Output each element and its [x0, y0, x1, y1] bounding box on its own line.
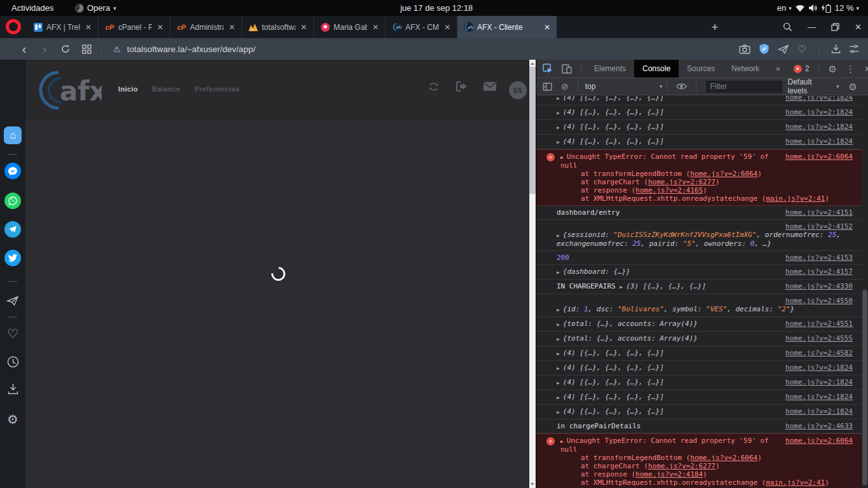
- speed-dial-icon[interactable]: [76, 44, 97, 54]
- page-scrollbar-thumb[interactable]: [529, 67, 536, 194]
- source-location-link[interactable]: home.js?v=2:4582: [785, 349, 853, 357]
- sidebar-item-history[interactable]: [0, 356, 25, 368]
- sidebar-item-telegram[interactable]: [0, 221, 25, 238]
- sync-icon[interactable]: [428, 82, 439, 92]
- expand-caret-icon[interactable]: ▶: [560, 438, 564, 445]
- device-toolbar-icon[interactable]: [557, 64, 576, 74]
- telegram-icon[interactable]: [4, 221, 21, 238]
- system-tray[interactable]: en ▾ 12 % ▾: [777, 0, 859, 16]
- source-location-link[interactable]: home.js?v=2:4157: [785, 268, 853, 276]
- expand-caret-icon[interactable]: ▶: [620, 283, 623, 291]
- expand-caret-icon[interactable]: ▶: [557, 394, 560, 402]
- error-count-badge[interactable]: ✕ 2: [789, 64, 815, 73]
- easy-setup-tune-icon[interactable]: [849, 44, 859, 53]
- tab-close-icon[interactable]: ✕: [227, 23, 236, 32]
- source-location-link[interactable]: home.js?v=2:4633: [785, 422, 853, 430]
- downloads-icon[interactable]: [831, 44, 841, 54]
- back-button[interactable]: ‹: [14, 42, 34, 57]
- console-scrollbar-thumb[interactable]: [862, 290, 867, 485]
- source-location-link[interactable]: home.js?v=2:4165: [635, 186, 703, 194]
- devtools-tab-sources[interactable]: Sources: [679, 60, 723, 78]
- source-location-link[interactable]: home.js?v=2:1824: [785, 378, 853, 386]
- source-location-link[interactable]: home.js?v=2:4151: [785, 208, 853, 217]
- sidebar-item-bookmarks[interactable]: ♡: [0, 327, 25, 340]
- source-location-link[interactable]: home.js?v=2:6277: [648, 178, 715, 186]
- browser-tab[interactable]: cPcPanel - Principa✕: [98, 16, 170, 38]
- minimize-button[interactable]: —: [808, 22, 816, 32]
- tab-search-icon[interactable]: [783, 22, 792, 32]
- source-location-link[interactable]: home.js?v=2:4152: [785, 222, 853, 231]
- devtools-tab-console[interactable]: Console: [634, 60, 679, 78]
- sidebar-item-settings[interactable]: ⚙: [0, 413, 25, 426]
- source-location-link[interactable]: home.js?v=2:6064: [785, 152, 853, 161]
- expand-caret-icon[interactable]: ▶: [557, 109, 560, 117]
- browser-tab[interactable]: totalsoftware.la✕: [242, 16, 314, 38]
- site-nav-preferencias[interactable]: Preferencias: [194, 85, 240, 93]
- sidebar-item-downloads[interactable]: [0, 383, 25, 395]
- live-expression-eye-icon[interactable]: [672, 83, 691, 90]
- source-location-link[interactable]: home.js?v=2:4555: [785, 334, 853, 342]
- sidebar-item-speed-dial[interactable]: ⌂: [0, 126, 25, 144]
- messenger-icon[interactable]: [4, 163, 21, 179]
- tab-close-icon[interactable]: ✕: [156, 23, 165, 32]
- inspect-element-icon[interactable]: [536, 64, 557, 74]
- source-location-link[interactable]: home.js?v=2:1824: [785, 393, 853, 401]
- tab-close-icon[interactable]: ✕: [543, 23, 552, 32]
- opera-app-menu[interactable]: Opera ▾: [75, 0, 116, 16]
- site-warning-icon[interactable]: ⚠: [113, 44, 121, 54]
- expand-caret-icon[interactable]: ▶: [557, 139, 560, 146]
- sidebar-item-messenger[interactable]: [0, 163, 25, 179]
- devtools-tab-network[interactable]: Network: [723, 60, 768, 78]
- browser-tab[interactable]: cPAdministrador d✕: [170, 16, 242, 38]
- scroll-down-arrow[interactable]: [531, 483, 534, 485]
- logout-icon[interactable]: [456, 81, 467, 92]
- adblock-shield-icon[interactable]: [759, 43, 770, 55]
- opera-logo[interactable]: [6, 19, 21, 34]
- expand-caret-icon[interactable]: ▶: [560, 154, 564, 161]
- source-location-link[interactable]: home.js?v=2:1824: [785, 137, 853, 146]
- source-location-link[interactable]: home.js?v=2:4330: [785, 282, 853, 290]
- browser-tab[interactable]: AFX | Trello✕: [27, 16, 98, 38]
- expand-caret-icon[interactable]: ▶: [557, 96, 560, 102]
- close-window-button[interactable]: ✕: [855, 22, 862, 32]
- source-location-link[interactable]: home.js?v=2:1824: [785, 407, 853, 416]
- activities-button[interactable]: Actividades: [11, 0, 53, 16]
- expand-caret-icon[interactable]: ▶: [557, 306, 560, 314]
- history-clock-icon[interactable]: [7, 356, 19, 368]
- new-tab-button[interactable]: +: [705, 16, 724, 38]
- whatsapp-icon[interactable]: [4, 193, 21, 209]
- devtools-settings-icon[interactable]: ⚙: [824, 64, 841, 74]
- expand-caret-icon[interactable]: ▶: [557, 365, 560, 372]
- expand-caret-icon[interactable]: ▶: [557, 379, 560, 387]
- source-location-link[interactable]: home.js?v=2:4184: [635, 470, 703, 478]
- tab-close-icon[interactable]: ✕: [443, 23, 452, 32]
- source-location-link[interactable]: home.js?v=2:1824: [785, 96, 853, 102]
- log-levels-dropdown[interactable]: Default levels ▾: [787, 78, 839, 95]
- source-location-link[interactable]: home.js?v=2:4153: [785, 254, 853, 262]
- devtools-close-icon[interactable]: ✕: [860, 65, 868, 73]
- source-location-link[interactable]: main.js?v=2:41: [766, 194, 825, 203]
- mail-icon[interactable]: [484, 82, 496, 91]
- source-location-link[interactable]: home.js?v=2:1824: [785, 108, 853, 116]
- more-tabs-button[interactable]: »: [768, 60, 789, 78]
- source-location-link[interactable]: home.js?v=2:6064: [690, 170, 757, 178]
- expand-caret-icon[interactable]: ▶: [557, 336, 560, 343]
- expand-caret-icon[interactable]: ▶: [557, 124, 560, 132]
- sidebar-item-whatsapp[interactable]: [0, 193, 25, 209]
- my-flow-send-icon[interactable]: [778, 44, 789, 54]
- page-scrollbar[interactable]: [529, 60, 536, 488]
- expand-caret-icon[interactable]: ▶: [557, 232, 560, 240]
- clock[interactable]: jue 17 de sep 12:18: [389, 0, 484, 16]
- my-flow-icon[interactable]: [6, 295, 19, 306]
- clear-console-icon[interactable]: ⊘: [557, 82, 573, 91]
- source-location-link[interactable]: home.js?v=2:6064: [785, 437, 853, 445]
- source-location-link[interactable]: home.js?v=2:6064: [690, 454, 757, 462]
- devtools-menu-icon[interactable]: ⋮: [841, 64, 860, 74]
- console-scrollbar[interactable]: [862, 96, 868, 488]
- source-location-link[interactable]: home.js?v=2:1824: [785, 363, 853, 372]
- bookmark-heart-icon[interactable]: ♡: [797, 43, 806, 55]
- source-location-link[interactable]: home.js?v=2:4550: [785, 297, 853, 305]
- site-nav-inicio[interactable]: Inicio: [118, 85, 138, 93]
- browser-tab[interactable]: Maria Gabriela H✕: [314, 16, 386, 38]
- console-sidebar-icon[interactable]: [536, 83, 557, 91]
